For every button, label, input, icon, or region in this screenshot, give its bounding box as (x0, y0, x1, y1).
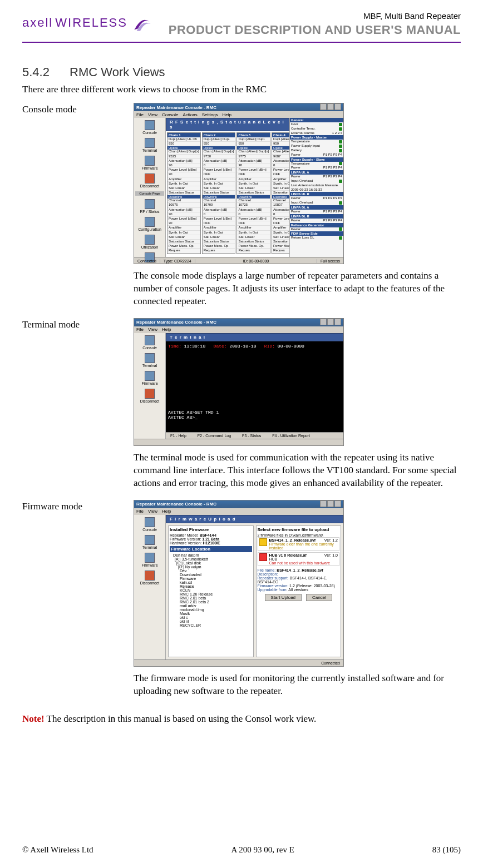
status-access: Full access (317, 259, 343, 263)
tree-item[interactable]: Musik (170, 612, 252, 616)
status-connected: Connected (134, 259, 160, 263)
window-title: Repeater Maintenance Console - RMC (136, 105, 216, 110)
sidebar-item-disconnect[interactable]: Disconnect (135, 389, 164, 403)
sidebar-item-terminal[interactable]: Terminal (135, 353, 164, 368)
fn-f2[interactable]: F2 - Command Log (198, 434, 231, 438)
sidebar-label: Console (142, 131, 157, 135)
fw-select-head: Select new firmware file to upload (258, 527, 340, 532)
tree-item[interactable]: Downloaded (170, 573, 252, 577)
fn-f1[interactable]: F1 - Help (170, 434, 186, 438)
terminal-screen[interactable]: Time: 13:30:18 Date: 2003-10-10 RID: 00-… (166, 341, 343, 432)
tree-item[interactable]: kain.cd (170, 581, 252, 584)
sidebar-item-disconnect[interactable]: Disconnect (135, 571, 164, 585)
sidebar-item-rfstatus[interactable]: RF / Status (135, 199, 164, 214)
menu-help[interactable]: Help (162, 327, 171, 332)
status-connected: Connected (318, 661, 343, 665)
fw-file-2[interactable]: HUB v1 0 Release.afVer: 1.0 HUB Can not … (258, 552, 340, 566)
tree-item[interactable]: mcdonald.img (170, 608, 252, 612)
rp-door: Door (291, 122, 298, 127)
tree-item[interactable]: RMC 2.01 beta (170, 596, 252, 600)
fw-det-support-label: Repeater support: (258, 576, 289, 580)
menu-view[interactable]: View (148, 327, 157, 332)
tree-item[interactable]: mail arkiv (170, 604, 252, 608)
rp-pvals: P1 P2 P3 P4 (323, 153, 342, 157)
menubar[interactable]: File View Help (134, 508, 343, 515)
statusbar: Connected (134, 659, 343, 667)
tree-item[interactable]: RMC 1.26 Release (170, 592, 252, 596)
tree-item[interactable]: RECYCLER (170, 623, 252, 627)
status-type: Type: CDR2224 (160, 259, 195, 263)
doc-subtitle: PRODUCT DESCRIPTION AND USER'S MANUAL (169, 23, 461, 37)
fw-tree[interactable]: Den här datorn[A:] 3,5-tumsdiskett[C:] L… (170, 553, 252, 627)
fw-right-panel: Select new firmware file to upload 2 fir… (256, 525, 342, 657)
window-buttons[interactable] (319, 500, 341, 508)
tree-item[interactable]: Release (170, 584, 252, 588)
menu-view[interactable]: View (148, 112, 157, 117)
fw-installed-head: Installed Firmware (170, 527, 252, 532)
fw-fwver-label: Firmware Version: (170, 537, 201, 541)
sidebar-label: Console (142, 346, 157, 350)
sidebar-item-firmware[interactable]: Firmware (135, 371, 164, 385)
rp-psu-temp: Temperature (291, 140, 310, 144)
logo: axell WIRELESS (22, 11, 153, 34)
terminal-mode-label: Terminal mode (22, 318, 134, 330)
menu-file[interactable]: File (136, 327, 144, 332)
menu-settings[interactable]: Settings (202, 112, 218, 117)
rp-general: General (290, 118, 343, 122)
fw-file1-warn: Firmware older than the one currently in… (269, 542, 338, 550)
tree-item[interactable]: RMC 2.01 beta 2 (170, 600, 252, 604)
rp-dla-power: Power (291, 210, 300, 214)
warning-icon (259, 538, 267, 546)
window-buttons[interactable] (319, 103, 341, 111)
firmware-caption: The firmware mode is used for monitoring… (134, 672, 461, 698)
sidebar-label: Disconnect (140, 184, 160, 188)
window-buttons[interactable] (319, 319, 341, 326)
menu-help[interactable]: Help (162, 509, 171, 514)
tree-item[interactable]: Firmware (170, 577, 252, 581)
tree-item[interactable]: Dev (170, 569, 252, 573)
start-upload-button[interactable]: Start Upload (265, 594, 302, 601)
sidebar-item-configuration[interactable]: Configuration (135, 217, 164, 231)
menu-file[interactable]: File (136, 112, 144, 117)
fn-f3[interactable]: F3 - Status (242, 434, 261, 438)
sidebar-label: Console (142, 528, 157, 532)
fw-file1-ver: Ver: 1.2 (324, 538, 338, 542)
logo-swirl-icon (130, 11, 153, 34)
terminal-banner: T e r m i n a l (166, 333, 343, 341)
menu-actions[interactable]: Actions (183, 112, 197, 117)
menu-file[interactable]: File (136, 509, 144, 514)
menubar[interactable]: File View Help (134, 326, 343, 333)
fw-file-1[interactable]: BSF414_1_2_Release.avfVer: 1.2 Firmware … (258, 537, 340, 551)
tree-item[interactable]: [D:] Ny volym (170, 565, 252, 569)
tree-item[interactable]: KÖLN (170, 588, 252, 592)
sidebar-item-firmware[interactable]: Firmware (135, 553, 164, 567)
sidebar-item-firmware[interactable]: Firmware (135, 156, 164, 170)
tree-item[interactable]: [A:] 3,5-tumsdiskett (170, 557, 252, 561)
sidebar-item-utilization[interactable]: Utilization (135, 235, 164, 249)
rp-linpa-ulb: LINPA UL B (290, 192, 343, 196)
term-date: 2003-10-10 (227, 344, 264, 349)
menubar[interactable]: File View Console Actions Settings Help (134, 111, 343, 118)
rp-temp: Controller Temp. (291, 127, 316, 131)
chain-column: Chain 2Dupl.[Altest] Dupl.950UplinkChan.… (202, 132, 236, 254)
rp-linpa-dlb: LINPA DL B (290, 214, 343, 219)
tree-item[interactable]: Den här datorn (170, 553, 252, 557)
fn-f4[interactable]: F4 - Utilization Report (272, 434, 310, 438)
menu-help[interactable]: Help (223, 112, 231, 117)
tree-item[interactable]: oki c (170, 616, 252, 619)
logo-subtext: WIRELESS (55, 16, 127, 29)
sidebar-item-console[interactable]: Console (135, 335, 164, 350)
sidebar-label: Terminal (142, 364, 157, 368)
menu-console[interactable]: Console (162, 112, 178, 117)
sidebar-item-console[interactable]: Console (135, 120, 164, 135)
sidebar-item-disconnect[interactable]: Disconnect (135, 173, 164, 188)
sidebar-item-terminal[interactable]: Terminal (135, 535, 164, 549)
tree-item[interactable]: [C:] Lokal disk (170, 561, 252, 565)
fw-det-upg-label: Upgradable from: (258, 588, 288, 592)
cancel-button[interactable]: Cancel (306, 594, 332, 601)
fw-det-fname-label: File name: (258, 568, 276, 572)
menu-view[interactable]: View (148, 509, 157, 514)
sidebar-item-terminal[interactable]: Terminal (135, 138, 164, 152)
tree-item[interactable]: oki nl (170, 619, 252, 623)
sidebar-item-console[interactable]: Console (135, 517, 164, 532)
